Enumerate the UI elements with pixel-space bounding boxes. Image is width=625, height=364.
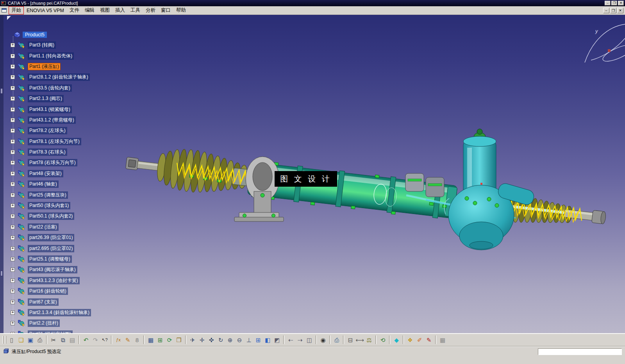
expand-icon[interactable]: + xyxy=(11,64,15,69)
tree-item[interactable]: +Part50 (球头内套1) xyxy=(5,200,130,211)
valve-housing[interactable] xyxy=(445,129,536,250)
expand-icon[interactable]: + xyxy=(11,289,15,293)
tree-item[interactable]: +Part78 (右球头万向节) xyxy=(5,157,130,168)
tree-item-label[interactable]: Part25 (调整压块) xyxy=(28,191,68,199)
expand-icon[interactable]: + xyxy=(11,43,15,47)
whats-this-button[interactable]: ↖? xyxy=(100,335,109,344)
menu-item-3[interactable]: 编辑 xyxy=(82,6,97,14)
menu-item-9[interactable]: 帮助 xyxy=(173,6,189,14)
expand-icon[interactable]: + xyxy=(11,182,15,186)
expand-icon[interactable]: + xyxy=(11,161,15,165)
expand-icon[interactable]: + xyxy=(11,96,15,101)
pan-button[interactable]: ✜ xyxy=(207,335,216,344)
paste-button[interactable]: ▤ xyxy=(68,335,77,344)
mdi-close-button[interactable]: ✕ xyxy=(617,8,623,13)
tree-item-label[interactable]: Part22 (活塞) xyxy=(28,223,59,231)
tree-item-label[interactable]: part26.39 (防尘罩01) xyxy=(28,234,74,241)
tree-item[interactable]: +Part2.1.3 (阀芯) xyxy=(5,93,130,104)
expand-icon[interactable]: + xyxy=(11,310,15,315)
tree-item[interactable]: +Part28.1.2 (斜齿轮滚子轴承) xyxy=(5,72,130,82)
tree-item-label[interactable]: Part43 (阀芯滚子轴承) xyxy=(28,266,77,273)
fly-mode-button[interactable]: ✈ xyxy=(188,335,197,344)
sketch-pencil-button[interactable]: ✐ xyxy=(415,335,424,344)
expand-icon[interactable]: + xyxy=(11,278,15,283)
minimize-button[interactable]: – xyxy=(605,1,611,5)
tree-item-label[interactable]: Part78.3 (右球头) xyxy=(28,148,67,156)
expand-icon[interactable]: + xyxy=(11,86,15,90)
expand-icon[interactable]: + xyxy=(11,300,15,304)
save-button[interactable]: ▣ xyxy=(26,335,35,344)
expand-icon[interactable]: + xyxy=(11,246,15,251)
tree-item[interactable]: +part2.695 (防尘罩02) xyxy=(5,243,130,253)
refresh-button[interactable]: ⟲ xyxy=(378,335,388,344)
multi-view-button[interactable]: ⊞ xyxy=(254,335,263,344)
tree-item[interactable]: +Part48 (安装架) xyxy=(5,168,130,179)
left-tie-rod[interactable] xyxy=(126,157,162,173)
camera-capture-button[interactable]: ◉ xyxy=(318,335,328,344)
tree-item[interactable]: +Part78.1 (左球头万向节) xyxy=(5,136,130,147)
tree-item[interactable]: +Part67 (支架) xyxy=(5,296,130,307)
measure-between-button[interactable]: ⟷ xyxy=(355,335,364,344)
tree-item-label[interactable]: Part3 (转阀) xyxy=(28,41,56,49)
tree-item[interactable]: +Part33.5 (齿轮内套) xyxy=(5,83,130,93)
open-folder-button[interactable]: ❏ xyxy=(16,335,26,344)
zoom-out-button[interactable]: ⊖ xyxy=(235,335,244,344)
tree-item-label[interactable]: Part2.1.3.4 (斜齿轮滚针轴承) xyxy=(28,309,91,316)
section-view-button[interactable]: ◆ xyxy=(392,335,401,344)
expand-icon[interactable]: + xyxy=(11,214,15,218)
maximize-button[interactable]: ❐ xyxy=(611,1,617,5)
copy-button[interactable]: ⧉ xyxy=(58,335,68,344)
menu-item-6[interactable]: 工具 xyxy=(128,6,143,14)
knowledge-button[interactable]: 8 xyxy=(132,335,142,344)
redo-button[interactable]: ↷ xyxy=(91,335,100,344)
dock-handle[interactable] xyxy=(0,271,3,276)
tree-item[interactable]: +Part2.2 (扭杆) xyxy=(5,318,130,328)
formula-fx-button[interactable]: ƒx xyxy=(114,335,123,344)
tree-item[interactable]: +Part46 (轴套) xyxy=(5,179,130,189)
tree-item[interactable]: +Part50.1 (球头内套2) xyxy=(5,211,130,221)
tree-item[interactable]: +Part16 (斜齿轮销) xyxy=(5,286,130,296)
mounting-bracket[interactable] xyxy=(234,157,284,221)
tree-item-label[interactable]: Part46 (轴套) xyxy=(28,180,59,188)
expand-icon[interactable]: + xyxy=(11,193,15,197)
expand-icon[interactable]: + xyxy=(11,332,15,333)
menu-item-1[interactable]: ENOVIA V5 VPM xyxy=(24,7,67,14)
tree-item-label[interactable]: Part28.1.2 (斜齿轮滚子轴承) xyxy=(28,73,90,81)
tree-item-label[interactable]: Part50 (球头内套1) xyxy=(28,202,70,209)
expand-icon[interactable]: + xyxy=(11,118,15,122)
menu-item-7[interactable]: 分析 xyxy=(143,6,158,14)
tree-root[interactable]: Product5 xyxy=(5,29,130,40)
tree-item[interactable]: +Part43 (阀芯滚子轴承) xyxy=(5,264,130,275)
fit-all-button[interactable]: ✛ xyxy=(197,335,207,344)
mdi-minimize-button[interactable]: – xyxy=(603,8,609,13)
tree-item[interactable]: +part26.39 (防尘罩01) xyxy=(5,232,130,243)
tree-item-label[interactable]: Part33.5 (齿轮内套) xyxy=(28,84,72,92)
tree-item[interactable]: +Part43.1.2 (带肩螺母) xyxy=(5,115,130,125)
expand-icon[interactable]: + xyxy=(11,257,15,261)
tree-item[interactable]: +Part78.3 (右球头) xyxy=(5,147,130,157)
tree-item[interactable]: +Part1 (液压缸) xyxy=(5,61,130,72)
mass-properties-button[interactable]: ⚖ xyxy=(364,335,374,344)
previous-view-button[interactable]: ⇠ xyxy=(286,335,295,344)
quick-print-button[interactable]: ⎙ xyxy=(332,335,341,344)
power-input-field[interactable] xyxy=(538,348,622,355)
3d-viewport[interactable]: 图 文 设 计 y Product5 +Part3 (转阀)+Part xyxy=(0,15,625,333)
paint-pencil-button[interactable]: ✎ xyxy=(424,335,434,344)
measure-button[interactable]: ⊟ xyxy=(346,335,355,344)
tree-item[interactable]: +Part43.1 (锁紧螺母) xyxy=(5,104,130,114)
shading-mode-button[interactable]: ◩ xyxy=(272,335,282,344)
tree-root-label[interactable]: Product5 xyxy=(23,32,47,38)
snap-grid-button[interactable]: ▦ xyxy=(438,335,447,344)
expand-icon[interactable]: + xyxy=(11,321,15,325)
rotate-view-button[interactable]: ↻ xyxy=(216,335,225,344)
tree-item-label[interactable]: Part43.1.2 (带肩螺母) xyxy=(28,116,76,124)
expand-icon[interactable]: + xyxy=(11,107,15,112)
expand-icon[interactable]: + xyxy=(11,150,15,154)
tree-item-label[interactable]: Part25.1 (调整螺母) xyxy=(28,255,72,263)
new-document-button[interactable]: ▯ xyxy=(7,335,16,344)
expand-icon[interactable]: + xyxy=(11,139,15,144)
tree-item[interactable]: +Part25 (调整压块) xyxy=(5,189,130,200)
annotation-pen-button[interactable]: ✎ xyxy=(123,335,132,344)
tree-item-label[interactable]: Part43.1 (锁紧螺母) xyxy=(28,106,72,113)
tree-item-label[interactable]: Part43.1.2.3 (油封卡簧) xyxy=(28,277,80,284)
